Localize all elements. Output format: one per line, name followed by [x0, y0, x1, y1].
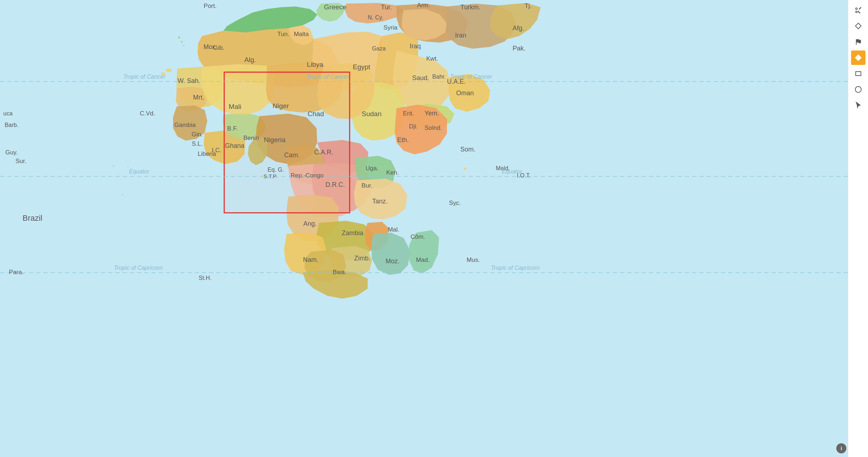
scissors-icon [854, 6, 862, 14]
svg-point-12 [464, 168, 466, 170]
svg-text:Tanz.: Tanz. [372, 198, 388, 205]
svg-text:Côm.: Côm. [411, 233, 425, 240]
svg-text:Iran: Iran [455, 32, 466, 39]
svg-text:Mal.: Mal. [388, 226, 399, 233]
svg-text:Chad: Chad [307, 110, 324, 118]
svg-text:Bwa.: Bwa. [333, 269, 346, 276]
tool-select-arrow[interactable] [851, 98, 865, 113]
tool-diamond-outline[interactable] [851, 19, 865, 33]
svg-text:uca: uca [3, 110, 13, 117]
svg-text:Cam.: Cam. [284, 151, 300, 159]
svg-text:Benin: Benin [243, 135, 259, 141]
svg-text:S.L.: S.L. [192, 140, 203, 147]
svg-text:Mor.: Mor. [203, 43, 216, 50]
rectangle-icon [854, 70, 862, 78]
svg-text:Bur.: Bur. [362, 182, 372, 189]
svg-text:Solnd.: Solnd. [425, 124, 442, 131]
svg-text:Alg.: Alg. [244, 56, 256, 63]
svg-point-8 [112, 165, 115, 167]
svg-text:Tj.: Tj. [525, 3, 532, 9]
tool-rectangle[interactable] [851, 66, 865, 81]
svg-point-14 [166, 69, 172, 72]
svg-text:Guy.: Guy. [5, 149, 18, 156]
svg-text:S.T.P.: S.T.P. [264, 173, 277, 179]
svg-text:Tropic of Cancer: Tropic of Cancer [450, 74, 492, 80]
svg-text:Zimb.: Zimb. [354, 255, 371, 262]
svg-text:Saud.: Saud. [412, 74, 429, 82]
svg-text:Ang.: Ang. [303, 220, 316, 227]
svg-text:Som.: Som. [460, 146, 475, 153]
svg-text:Niger: Niger [273, 102, 289, 110]
toolbar [848, 0, 868, 457]
svg-text:Mus.: Mus. [467, 256, 480, 263]
svg-text:Bahr.: Bahr. [432, 74, 446, 80]
svg-text:Gin.: Gin. [191, 131, 203, 138]
svg-text:Mrt.: Mrt. [193, 94, 204, 101]
svg-text:St.H.: St.H. [199, 275, 212, 281]
diamond-filled-icon [854, 54, 862, 62]
svg-text:Tun.: Tun. [277, 31, 289, 38]
svg-text:Uga.: Uga. [366, 165, 378, 172]
svg-text:D.R.C.: D.R.C. [326, 181, 345, 188]
tool-scissors[interactable] [851, 3, 865, 17]
svg-text:Nam.: Nam. [303, 256, 318, 263]
svg-point-6 [181, 41, 183, 43]
svg-text:Ghana: Ghana [225, 142, 245, 149]
svg-text:Zambia: Zambia [342, 229, 364, 237]
svg-text:Para.: Para. [9, 269, 24, 276]
svg-point-5 [178, 36, 180, 39]
svg-text:Tur.: Tur. [381, 4, 392, 11]
svg-text:Afg.: Afg. [513, 25, 524, 32]
svg-text:Tropic of Capricorn: Tropic of Capricorn [491, 265, 540, 271]
svg-text:Iraq: Iraq [409, 43, 421, 50]
svg-text:Kwt.: Kwt. [426, 55, 438, 62]
svg-text:C.A.R.: C.A.R. [314, 149, 333, 156]
svg-text:Moz.: Moz. [385, 258, 399, 265]
svg-text:Mad.: Mad. [416, 256, 430, 263]
svg-text:Mali: Mali [229, 103, 242, 110]
circle-icon [854, 85, 862, 93]
svg-text:Egypt: Egypt [353, 63, 371, 71]
svg-text:C.Vd.: C.Vd. [140, 110, 155, 117]
tool-circle[interactable] [851, 82, 865, 97]
svg-text:Eth.: Eth. [397, 136, 409, 144]
svg-text:Yem.: Yem. [425, 110, 439, 117]
svg-text:Tropic of Cancer: Tropic of Cancer [123, 74, 166, 80]
svg-point-10 [127, 166, 129, 167]
map-container: Brazil Para. Guy. Sur. Barb. uca C.Vd. P… [0, 0, 868, 457]
diamond-outline-icon [854, 22, 862, 30]
svg-text:Tropic of Capricorn: Tropic of Capricorn [114, 265, 163, 271]
svg-text:Sudan: Sudan [362, 110, 382, 118]
svg-text:Barb.: Barb. [5, 122, 18, 128]
tool-flag[interactable] [851, 35, 865, 49]
svg-text:Gaza: Gaza [372, 45, 386, 52]
svg-text:B.F.: B.F. [227, 125, 238, 132]
svg-text:Erit.: Erit. [403, 110, 414, 117]
svg-text:Malta: Malta [294, 31, 309, 38]
svg-text:Syc.: Syc. [449, 199, 461, 206]
svg-text:Arm.: Arm. [417, 2, 430, 9]
svg-text:Tropic of Cancer: Tropic of Cancer [307, 74, 349, 80]
svg-text:Equator: Equator [502, 168, 522, 175]
flag-icon [854, 38, 862, 46]
svg-text:Brazil: Brazil [22, 214, 42, 223]
svg-point-9 [122, 194, 124, 196]
svg-text:Turkm.: Turkm. [460, 4, 480, 11]
svg-text:Port.: Port. [204, 3, 217, 9]
info-button[interactable]: i [836, 443, 846, 453]
svg-text:I.C.: I.C. [212, 147, 221, 154]
svg-text:Rep.-Congo: Rep.-Congo [291, 172, 324, 179]
svg-text:N. Cy.: N. Cy. [368, 14, 383, 21]
svg-text:Oman: Oman [456, 89, 474, 97]
select-arrow-icon [854, 101, 862, 109]
svg-text:W. Sah.: W. Sah. [177, 77, 200, 84]
svg-text:Greece: Greece [324, 3, 346, 11]
svg-point-7 [183, 45, 185, 46]
svg-text:Nigeria: Nigeria [264, 136, 286, 144]
svg-text:Equator: Equator [129, 168, 150, 175]
tool-diamond-filled[interactable] [851, 50, 865, 65]
svg-text:Sur.: Sur. [15, 158, 26, 164]
svg-text:Syria: Syria [384, 24, 398, 31]
world-map-svg: Brazil Para. Guy. Sur. Barb. uca C.Vd. P… [0, 0, 868, 457]
info-icon: i [841, 445, 842, 451]
